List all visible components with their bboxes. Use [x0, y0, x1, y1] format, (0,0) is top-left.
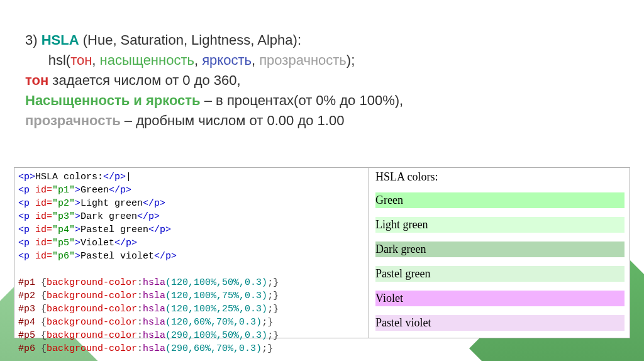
r2-close: </p> — [143, 198, 165, 209]
c2-colon: : — [137, 291, 143, 301]
line-sat-light-body: – в процентах(от 0% до 100%), — [201, 92, 404, 108]
c2-func: hsla — [143, 291, 165, 301]
r6-tagb: > — [75, 251, 80, 262]
c3-prop: background-color — [47, 304, 137, 314]
line-sat-light-head: Насыщенность и яркость — [25, 92, 201, 108]
r1-tagb: > — [75, 185, 80, 196]
r3-tagb: > — [75, 211, 80, 222]
c1-func: hsla — [143, 277, 165, 288]
syntax-c1: , — [92, 52, 99, 68]
r5-close: </p> — [114, 238, 137, 248]
c1-prop: background-color — [47, 277, 137, 288]
c2-end: ;} — [267, 291, 279, 301]
r3-val: "p3" — [52, 211, 75, 222]
c2-brace: { — [35, 291, 47, 301]
title-acronym: HSLA — [42, 32, 79, 48]
r4-text: Pastel green — [80, 225, 148, 235]
c3-colon: : — [137, 304, 143, 314]
r1-close: </p> — [109, 185, 131, 196]
c5-args: (290,100%,50%,0.3) — [165, 330, 267, 341]
title-line: 3) HSLA (Hue, Saturation, Lightness, Alp… — [25, 30, 619, 50]
r4-val: "p4" — [52, 225, 75, 235]
c6-args: (290,60%,70%,0.3) — [165, 343, 262, 354]
line-tone: тон задается числом от 0 до 360, — [25, 70, 619, 91]
c1-sel: #p1 — [18, 277, 35, 288]
r4-attr: id= — [35, 225, 52, 235]
r2-attr: id= — [35, 198, 52, 209]
c2-args: (120,100%,75%,0.3) — [165, 291, 267, 301]
c4-sel: #p4 — [18, 317, 35, 328]
c1-colon: : — [137, 277, 143, 288]
r2-val: "p2" — [52, 198, 75, 209]
r4-close: </p> — [148, 225, 171, 235]
syntax-line: hsl(тон, насыщенность, яркость, прозрачн… — [25, 50, 619, 70]
c6-sel: #p6 — [18, 343, 35, 354]
r5-val: "p5" — [52, 238, 75, 248]
syntax-indent: hsl( — [25, 52, 70, 68]
line-tone-head: тон — [25, 72, 48, 88]
c1-end: ;} — [267, 277, 279, 288]
syntax-saturation: насыщенность — [100, 52, 194, 68]
c2-prop: background-color — [47, 291, 137, 301]
c3-sel: #p3 — [18, 304, 35, 314]
syntax-c2: , — [194, 52, 202, 68]
c6-prop: background-color — [47, 343, 137, 354]
swatch-dark-green: Dark green — [375, 242, 625, 257]
c4-args: (120,60%,70%,0.3) — [165, 317, 262, 328]
tag-text: HSLA colors: — [35, 172, 103, 182]
r1-tag: <p — [18, 185, 35, 196]
line-alpha: прозрачность – дробным числом от 0.00 до… — [25, 111, 619, 131]
r6-tag: <p — [18, 251, 35, 262]
slide-content: 3) HSLA (Hue, Saturation, Lightness, Alp… — [0, 0, 644, 130]
line-alpha-body: – дробным числом от 0.00 до 1.00 — [121, 113, 345, 128]
r5-text: Violet — [80, 238, 114, 248]
c4-end: ;} — [262, 317, 273, 328]
tag-open: <p> — [18, 172, 35, 182]
c1-brace: { — [35, 277, 47, 288]
syntax-tone: тон — [70, 52, 92, 68]
r4-tag: <p — [18, 225, 35, 235]
swatch-pastel-green: Pastel green — [375, 266, 625, 282]
code-preview: HSLA colors: Green Light green Dark gree… — [369, 168, 630, 338]
c3-func: hsla — [143, 304, 165, 314]
r2-tagb: > — [75, 198, 80, 209]
r6-close: </p> — [154, 251, 177, 262]
c2-sel: #p2 — [18, 291, 35, 301]
c4-brace: { — [35, 317, 47, 328]
r1-val: "p1" — [52, 185, 75, 196]
r6-val: "p6" — [52, 251, 75, 262]
c1-args: (120,100%,50%,0.3) — [165, 277, 267, 288]
c6-end: ;} — [262, 343, 273, 354]
c6-func: hsla — [143, 343, 165, 354]
r3-close: </p> — [137, 211, 160, 222]
line-sat-light: Насыщенность и яркость – в процентах(от … — [25, 91, 619, 111]
r6-text: Pastel violet — [80, 251, 154, 262]
r1-text: Green — [80, 185, 109, 196]
line-alpha-head: прозрачность — [25, 113, 121, 128]
r6-attr: id= — [35, 251, 52, 262]
c3-brace: { — [35, 304, 47, 314]
code-source: <p>HSLA colors:</p>| <p id="p1">Green</p… — [14, 168, 369, 338]
swatch-violet: Violet — [375, 291, 625, 306]
title-rest: (Hue, Saturation, Lightness, Alpha): — [79, 32, 301, 48]
r3-text: Dark green — [80, 211, 137, 222]
line-tone-body: задается числом от 0 до 360, — [48, 72, 240, 88]
title-number: 3) — [25, 32, 42, 48]
r5-tagb: > — [75, 238, 80, 248]
swatch-light-green: Light green — [375, 217, 625, 233]
r2-tag: <p — [18, 198, 35, 209]
code-example-block: <p>HSLA colors:</p>| <p id="p1">Green</p… — [14, 167, 630, 338]
c3-args: (120,100%,25%,0.3) — [165, 304, 267, 314]
r4-tagb: > — [75, 225, 80, 235]
r3-tag: <p — [18, 211, 35, 222]
c4-colon: : — [137, 317, 143, 328]
r5-attr: id= — [35, 238, 52, 248]
c5-colon: : — [137, 330, 143, 341]
syntax-alpha: прозрачность — [259, 52, 347, 68]
tag-close: </p> — [103, 172, 126, 182]
c3-end: ;} — [267, 304, 279, 314]
r2-text: Light green — [80, 198, 143, 209]
r5-tag: <p — [18, 238, 35, 248]
c5-brace: { — [35, 330, 47, 341]
c5-prop: background-color — [47, 330, 137, 341]
